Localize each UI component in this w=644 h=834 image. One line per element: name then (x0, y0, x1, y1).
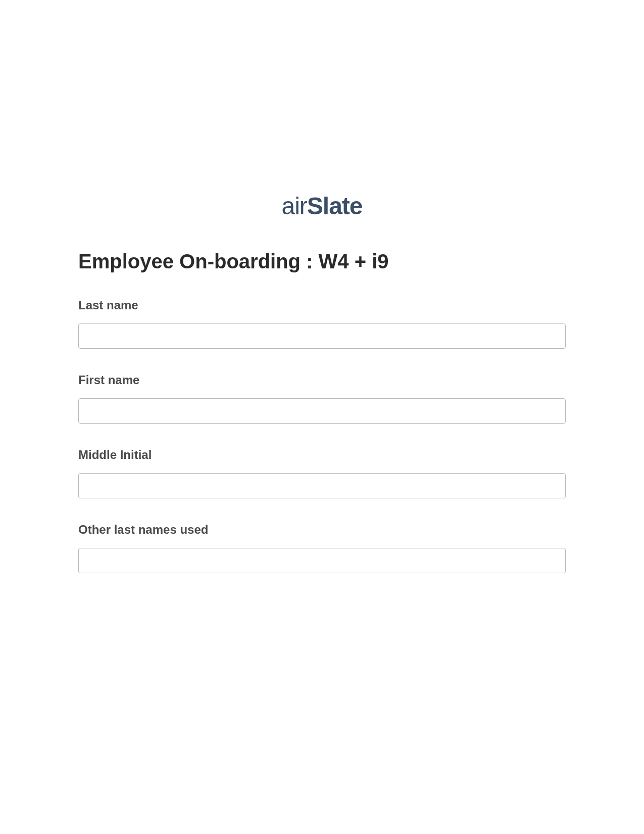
form-group-middle-initial: Middle Initial (78, 448, 566, 498)
form-group-first-name: First name (78, 373, 566, 424)
logo-part-slate: Slate (307, 193, 363, 219)
form-content: Employee On-boarding : W4 + i9 Last name… (78, 250, 566, 573)
input-last-name[interactable] (78, 323, 566, 349)
input-first-name[interactable] (78, 398, 566, 424)
airslate-logo: airSlate (281, 192, 362, 220)
page-title: Employee On-boarding : W4 + i9 (78, 250, 566, 273)
label-last-name: Last name (78, 298, 566, 312)
input-middle-initial[interactable] (78, 473, 566, 498)
label-other-last-names: Other last names used (78, 523, 566, 537)
form-group-other-last-names: Other last names used (78, 523, 566, 573)
logo-wrapper: airSlate (0, 192, 644, 220)
input-other-last-names[interactable] (78, 548, 566, 573)
label-first-name: First name (78, 373, 566, 387)
form-container: airSlate Employee On-boarding : W4 + i9 … (0, 0, 644, 573)
form-group-last-name: Last name (78, 298, 566, 349)
label-middle-initial: Middle Initial (78, 448, 566, 462)
logo-part-air: air (281, 193, 307, 219)
